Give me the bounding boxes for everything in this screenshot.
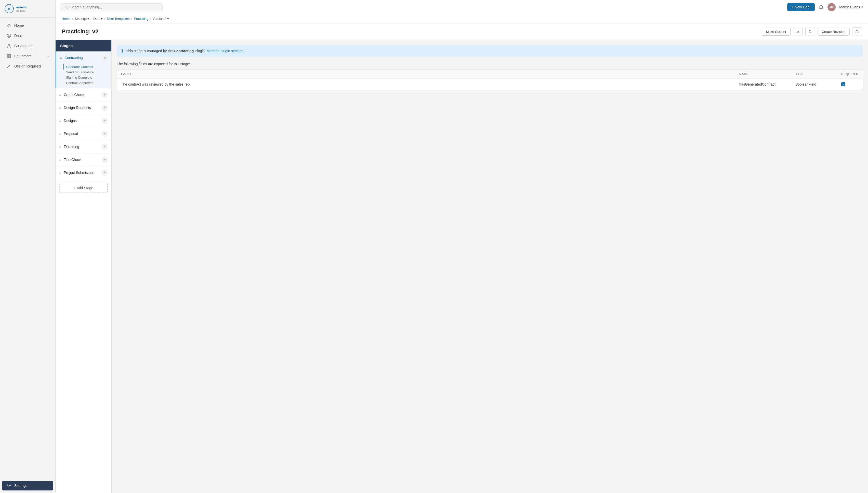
upload-icon bbox=[808, 29, 812, 33]
enerflo-logo-icon: e bbox=[5, 4, 14, 13]
breadcrumb-settings[interactable]: Settings ▾ bbox=[75, 17, 89, 21]
sidebar-item-equipment-label: Equipment bbox=[14, 54, 44, 58]
sidebar-item-home[interactable]: Home bbox=[2, 21, 53, 30]
bell-icon[interactable] bbox=[818, 4, 824, 10]
stage-item-credit-check[interactable]: ≡ Credit Check bbox=[56, 88, 111, 101]
svg-point-16 bbox=[104, 146, 105, 147]
required-checkbox[interactable] bbox=[841, 82, 845, 86]
stages-header: Stages bbox=[56, 40, 111, 51]
substep-contract-approved[interactable]: Contract Approved bbox=[66, 80, 108, 86]
stage-item-design-requests[interactable]: ≡ Design Requests bbox=[56, 101, 111, 114]
stage-settings-project-submission[interactable] bbox=[102, 170, 108, 176]
header-actions: Make Current Create Revision bbox=[762, 27, 862, 36]
sidebar: e enerflo training Home Deals Custom bbox=[0, 0, 56, 493]
stage-settings-title-check[interactable] bbox=[102, 157, 108, 163]
download-button[interactable] bbox=[793, 27, 803, 36]
stage-item-proposal[interactable]: ≡ Proposal bbox=[56, 127, 111, 140]
stage-name-title-check: Title Check bbox=[64, 158, 99, 162]
svg-point-17 bbox=[104, 159, 105, 160]
stage-settings-designs[interactable] bbox=[102, 117, 108, 124]
stage-settings-contracting[interactable] bbox=[102, 55, 108, 61]
edit-icon bbox=[7, 64, 11, 68]
breadcrumb-deal[interactable]: Deal ▾ bbox=[93, 17, 103, 21]
stage-item-financing[interactable]: ≡ Financing bbox=[56, 140, 111, 153]
stage-name-project-submission: Project Submission bbox=[64, 171, 99, 175]
sidebar-item-design-requests[interactable]: Design Requests bbox=[2, 61, 53, 71]
add-stage-button[interactable]: + Add Stage bbox=[59, 183, 108, 193]
stage-item-designs[interactable]: ≡ Designs bbox=[56, 114, 111, 127]
svg-point-11 bbox=[104, 57, 105, 58]
lock-icon bbox=[855, 29, 859, 34]
stage-item-contracting[interactable]: ≡ Contracting Generate Contract Send for… bbox=[56, 51, 111, 88]
stage-list-icon-contracting: ≡ bbox=[60, 56, 62, 60]
manage-plugin-settings-link[interactable]: Manage plugin settings → bbox=[207, 49, 248, 53]
content-area: Stages ≡ Contracting Generate Contract S bbox=[56, 40, 868, 493]
sidebar-item-settings[interactable]: Settings › bbox=[2, 481, 53, 490]
substep-signing-complete[interactable]: Signing Complete bbox=[66, 75, 108, 80]
stage-item-project-submission[interactable]: ≡ Project Submission bbox=[56, 166, 111, 179]
col-header-required: REQUIRED bbox=[837, 70, 863, 79]
create-revision-button[interactable]: Create Revision bbox=[818, 28, 850, 36]
sidebar-nav: Home Deals Customers Equipment › bbox=[0, 18, 55, 478]
breadcrumb-version[interactable]: Version 2 ▾ bbox=[153, 17, 169, 21]
logo-text-sub: training bbox=[16, 9, 27, 12]
stage-substeps-contracting: Generate Contract Send for Signature Sig… bbox=[56, 64, 111, 88]
chevron-right-icon: › bbox=[47, 54, 49, 58]
main-content: ℹ This stage is managed by the Contracti… bbox=[111, 40, 868, 493]
stage-name-contracting: Contracting bbox=[64, 56, 99, 60]
stage-list-icon-project-submission: ≡ bbox=[59, 171, 61, 175]
user-name[interactable]: Martin Evans ▾ bbox=[839, 5, 863, 9]
stage-list-icon-credit-check: ≡ bbox=[59, 93, 61, 97]
sidebar-item-deals-label: Deals bbox=[14, 34, 49, 38]
stage-settings-financing[interactable] bbox=[102, 144, 108, 150]
stage-list-icon-designs: ≡ bbox=[59, 119, 61, 123]
breadcrumb-deal-templates[interactable]: Deal Templates bbox=[107, 17, 129, 21]
substep-send-for-signature[interactable]: Send for Signature bbox=[66, 69, 108, 75]
lock-button[interactable] bbox=[852, 27, 862, 36]
search-box[interactable] bbox=[61, 3, 163, 11]
fields-section-label: The following fields are exposed for thi… bbox=[117, 62, 863, 66]
stage-name-designs: Designs bbox=[64, 119, 99, 123]
person-icon bbox=[7, 44, 11, 48]
main-area: + New Deal ME Martin Evans ▾ Home › Sett… bbox=[56, 0, 868, 493]
stage-name-credit-check: Credit Check bbox=[64, 93, 99, 97]
col-header-name: NAME bbox=[735, 70, 791, 79]
sidebar-item-customers[interactable]: Customers bbox=[2, 41, 53, 51]
search-input[interactable] bbox=[70, 5, 159, 9]
cell-required bbox=[837, 79, 863, 90]
cell-name: hasGeneratedContract bbox=[735, 79, 791, 90]
page-header: Practicing: v2 Make Current Create Revis… bbox=[56, 23, 868, 40]
svg-rect-6 bbox=[7, 56, 9, 58]
breadcrumb-practicing[interactable]: Practicing bbox=[134, 17, 148, 21]
substep-generate-contract[interactable]: Generate Contract bbox=[63, 64, 108, 69]
download-icon bbox=[796, 29, 800, 33]
stage-settings-design-requests[interactable] bbox=[102, 105, 108, 111]
stage-settings-credit-check[interactable] bbox=[102, 92, 108, 98]
breadcrumb-deal-chevron: ▾ bbox=[101, 17, 103, 21]
stage-list-icon-title-check: ≡ bbox=[59, 158, 61, 162]
col-header-label: LABEL bbox=[117, 70, 735, 79]
page-title: Practicing: v2 bbox=[62, 28, 762, 35]
svg-point-13 bbox=[104, 107, 105, 108]
make-current-button[interactable]: Make Current bbox=[762, 28, 790, 36]
cell-label: The contract was reviewed by the sales r… bbox=[117, 79, 735, 90]
topbar: + New Deal ME Martin Evans ▾ bbox=[56, 0, 868, 14]
svg-point-15 bbox=[104, 133, 105, 134]
svg-rect-7 bbox=[9, 56, 11, 58]
stage-item-title-check[interactable]: ≡ Title Check bbox=[56, 153, 111, 166]
topbar-right: + New Deal ME Martin Evans ▾ bbox=[787, 3, 863, 11]
fields-table: LABEL NAME TYPE REQUIRED The contract wa… bbox=[117, 69, 863, 90]
breadcrumb-version-chevron: ▾ bbox=[167, 17, 169, 21]
table-header: LABEL NAME TYPE REQUIRED bbox=[117, 70, 863, 79]
stage-settings-proposal[interactable] bbox=[102, 131, 108, 137]
logo-text-main: enerflo bbox=[16, 5, 27, 9]
new-deal-button[interactable]: + New Deal bbox=[787, 3, 815, 11]
upload-button[interactable] bbox=[805, 27, 815, 36]
svg-point-18 bbox=[104, 172, 105, 173]
stage-list-icon-proposal: ≡ bbox=[59, 132, 61, 136]
settings-label: Settings bbox=[14, 484, 27, 488]
sidebar-item-deals[interactable]: Deals bbox=[2, 31, 53, 41]
breadcrumb: Home › Settings ▾ › Deal ▾ › Deal Templa… bbox=[56, 14, 868, 23]
breadcrumb-home[interactable]: Home bbox=[62, 17, 70, 21]
sidebar-item-equipment[interactable]: Equipment › bbox=[2, 51, 53, 61]
